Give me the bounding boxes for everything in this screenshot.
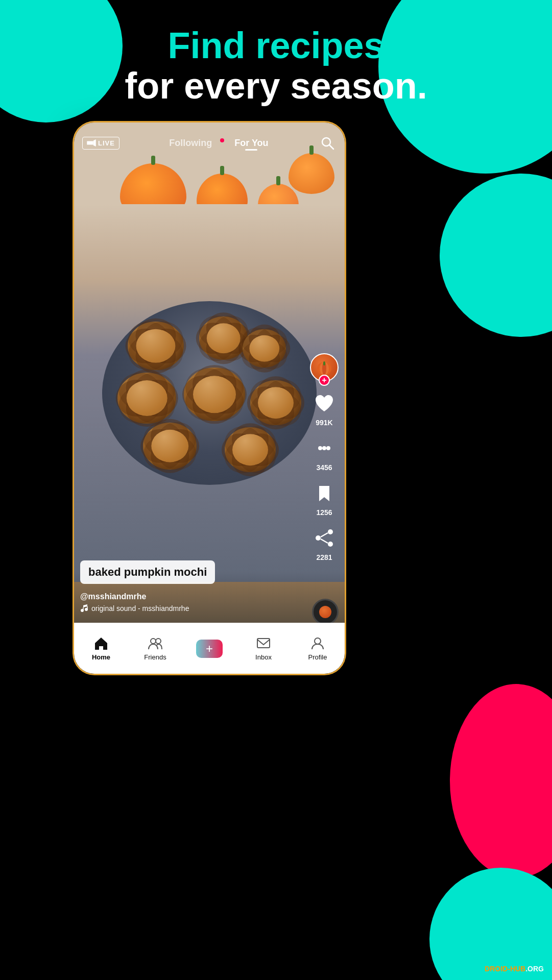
- caption-text: baked pumpkin mochi: [88, 566, 207, 578]
- tiktok-header-bar: LIVE Following For You: [74, 122, 345, 163]
- comment-icon: [313, 437, 335, 459]
- live-badge[interactable]: LIVE: [82, 137, 119, 150]
- sound-text: original sound - msshiandmrhe: [91, 604, 189, 612]
- mochi-3: [243, 329, 286, 368]
- watermark-hub: .ORG: [525, 965, 544, 973]
- bookmark-button[interactable]: [311, 480, 338, 506]
- svg-point-10: [326, 446, 330, 450]
- mochi-1: [128, 322, 184, 370]
- svg-point-23: [315, 638, 321, 644]
- share-count: 2281: [316, 553, 332, 561]
- caption-area: baked pumpkin mochi @msshiandmrhe origin…: [80, 560, 304, 612]
- bg-decoration-teal-mid-right: [440, 174, 552, 337]
- avatar-container[interactable]: +: [310, 353, 339, 382]
- svg-point-21: [156, 639, 161, 644]
- tab-for-you[interactable]: For You: [234, 138, 268, 149]
- bg-decoration-teal-bottom-right: [429, 868, 552, 980]
- mochi-8: [225, 427, 276, 472]
- watermark: DROID-HUB.ORG: [485, 965, 544, 973]
- nav-item-friends[interactable]: Friends: [128, 636, 182, 661]
- svg-point-13: [328, 542, 333, 547]
- like-action[interactable]: 991K: [311, 390, 338, 427]
- comment-action[interactable]: 3456: [311, 435, 338, 472]
- tab-following[interactable]: Following: [169, 138, 212, 149]
- action-buttons: + 991K 3: [310, 353, 339, 561]
- comment-count: 3456: [316, 463, 332, 472]
- mochi-6: [250, 380, 301, 425]
- share-button[interactable]: [311, 525, 338, 551]
- search-button[interactable]: [318, 134, 337, 152]
- svg-rect-22: [257, 639, 270, 648]
- svg-marker-1: [93, 139, 96, 146]
- header-section: Find recipes for every season.: [0, 26, 552, 106]
- svg-point-9: [322, 446, 326, 450]
- mochi-plate: [102, 301, 317, 485]
- heart-icon: [313, 392, 335, 414]
- home-icon: [93, 636, 109, 651]
- notification-dot: [220, 138, 224, 142]
- svg-line-14: [321, 533, 328, 537]
- bookmark-action[interactable]: 1256: [311, 480, 338, 517]
- search-icon: [320, 136, 334, 150]
- bg-decoration-pink-bottom-right: [450, 684, 552, 878]
- nav-item-profile[interactable]: Profile: [291, 636, 345, 661]
- header-title-line1: Find recipes: [0, 26, 552, 66]
- mochi-7: [143, 423, 197, 470]
- record-label: [319, 606, 331, 618]
- bookmark-icon: [313, 482, 335, 504]
- sound-line[interactable]: original sound - msshiandmrhe: [80, 604, 304, 612]
- nav-profile-label: Profile: [308, 653, 327, 661]
- like-button[interactable]: [311, 390, 338, 416]
- mochi-4: [117, 373, 176, 424]
- svg-point-11: [328, 529, 333, 534]
- create-button[interactable]: +: [196, 640, 223, 658]
- svg-rect-7: [323, 361, 325, 365]
- nav-item-inbox[interactable]: Inbox: [236, 636, 291, 661]
- music-note-icon: [80, 604, 88, 612]
- svg-point-8: [318, 446, 322, 450]
- svg-point-20: [151, 639, 156, 644]
- svg-line-15: [321, 539, 328, 543]
- share-icon: [313, 527, 335, 549]
- comment-button[interactable]: [311, 435, 338, 461]
- spinning-record[interactable]: [312, 599, 339, 625]
- mochi-5: [184, 368, 245, 421]
- svg-point-12: [316, 535, 321, 541]
- svg-line-3: [329, 145, 333, 149]
- svg-rect-0: [87, 141, 93, 145]
- nav-tabs: Following For You: [169, 138, 268, 149]
- inbox-icon: [256, 636, 271, 651]
- plate-area: [74, 204, 345, 582]
- follow-plus-button[interactable]: +: [319, 375, 330, 386]
- nav-item-create[interactable]: +: [182, 640, 236, 658]
- nav-item-home[interactable]: Home: [74, 636, 128, 661]
- phone-frame: LIVE Following For You: [74, 122, 345, 674]
- username[interactable]: @msshiandmrhe: [80, 592, 304, 601]
- bottom-navigation: Home Friends +: [74, 623, 345, 674]
- mochi-2: [199, 316, 248, 360]
- share-action[interactable]: 2281: [311, 525, 338, 561]
- profile-icon: [310, 636, 325, 651]
- like-count: 991K: [316, 419, 332, 427]
- friends-icon: [148, 636, 163, 651]
- header-title-line2: for every season.: [0, 66, 552, 106]
- record-disc: [312, 599, 339, 625]
- bookmark-count: 1256: [316, 508, 332, 517]
- nav-inbox-label: Inbox: [255, 653, 272, 661]
- live-label: LIVE: [98, 139, 115, 147]
- watermark-droid: DROID-HUB: [485, 965, 525, 973]
- live-icon: [87, 139, 96, 146]
- nav-home-label: Home: [92, 653, 110, 661]
- nav-friends-label: Friends: [144, 653, 166, 661]
- phone-content: LIVE Following For You: [74, 122, 345, 674]
- caption-box: baked pumpkin mochi: [80, 560, 215, 584]
